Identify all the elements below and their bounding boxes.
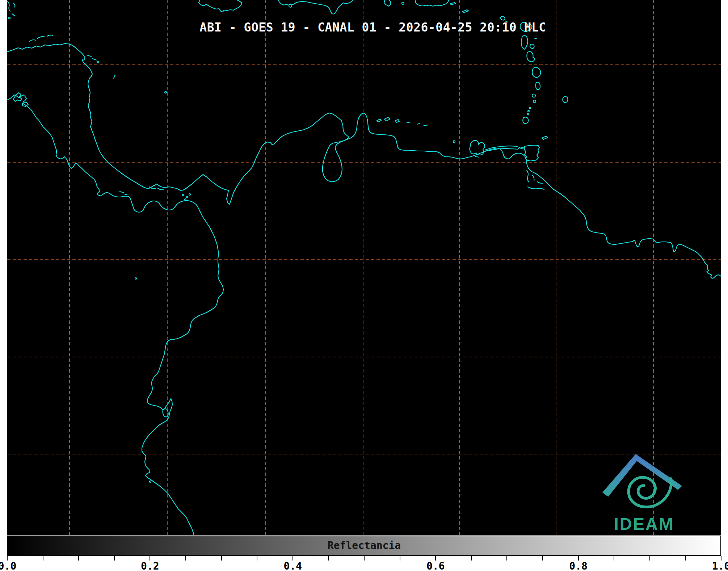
- colorbar-tick: [43, 556, 43, 560]
- colorbar-tick: [614, 556, 614, 560]
- colorbar-tick: [221, 556, 222, 560]
- colorbar-tick: [471, 556, 472, 560]
- colorbar-tick-label: 1.0: [712, 560, 728, 571]
- colorbar-tick-label: 0.4: [284, 560, 302, 571]
- colorbar-tick: [649, 556, 650, 560]
- colorbar-label: Reflectancia: [328, 539, 401, 551]
- map-title: ABI - GOES 19 - CANAL 01 - 2026-04-25 20…: [199, 20, 546, 34]
- goes-satellite-product-image: { "title": "ABI - GOES 19 - CANAL 01 - 2…: [0, 0, 728, 571]
- colorbar-tick-label: 0.0: [0, 560, 16, 571]
- colorbar-tick: [506, 556, 507, 560]
- colorbar-tick: [364, 556, 365, 560]
- colorbar-tick-label: 0.8: [569, 560, 588, 571]
- colorbar-tick: [542, 556, 543, 560]
- colorbar-tick: [185, 556, 186, 560]
- colorbar: Reflectancia: [7, 536, 721, 556]
- colorbar-tick: [257, 556, 257, 560]
- ideam-logo-text: IDEAM: [614, 514, 674, 534]
- colorbar-tick-label: 0.2: [141, 560, 159, 571]
- colorbar-tick-label: 0.6: [426, 560, 445, 571]
- colorbar-tick: [114, 556, 115, 560]
- colorbar-tick: [328, 556, 329, 560]
- map-plot-area: [7, 0, 721, 535]
- colorbar-tick: [400, 556, 400, 560]
- colorbar-tick: [78, 556, 79, 560]
- colorbar-tick: [685, 556, 686, 560]
